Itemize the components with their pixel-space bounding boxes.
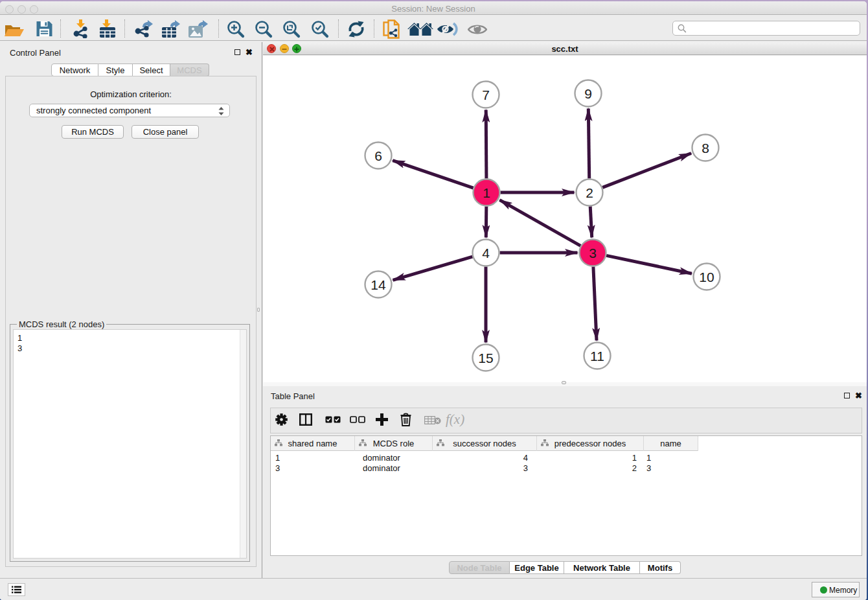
- svg-text:3: 3: [589, 246, 597, 260]
- svg-text:6: 6: [374, 148, 382, 163]
- svg-text:15: 15: [478, 351, 493, 365]
- svg-text:8: 8: [702, 141, 709, 156]
- svg-text:11: 11: [590, 349, 604, 363]
- svg-text:1: 1: [483, 185, 490, 200]
- svg-text:9: 9: [584, 86, 592, 101]
- svg-text:7: 7: [482, 87, 490, 102]
- svg-text:4: 4: [482, 246, 490, 260]
- svg-text:14: 14: [371, 277, 386, 292]
- svg-text:2: 2: [586, 185, 593, 200]
- svg-text:10: 10: [699, 270, 714, 284]
